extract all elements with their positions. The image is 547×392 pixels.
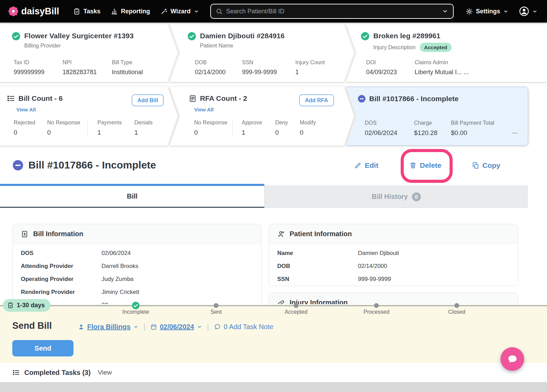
- nav-profile[interactable]: [516, 6, 539, 16]
- field-injury-count: Injury Count 1: [295, 59, 325, 76]
- delete-button[interactable]: Delete: [409, 161, 441, 170]
- bill-count-card: Bill Count - 6 Add Bill View All Rejecte…: [0, 87, 178, 146]
- stat-payments: Payments 1: [97, 120, 134, 136]
- stat-denials: Denials 1: [134, 120, 152, 136]
- search-input[interactable]: [226, 8, 438, 15]
- bill-detail-header: Bill #1017866 - Incomplete: [12, 159, 156, 171]
- patient-crumb[interactable]: Damien Djibouti #284916 Patient Name DOB…: [170, 24, 354, 82]
- rfa-count-view-all-link[interactable]: View All: [194, 107, 214, 112]
- add-rfa-button[interactable]: Add RFA: [299, 94, 334, 106]
- crumb-subtitle: Billing Provider: [24, 43, 61, 49]
- bill-count-view-all-link[interactable]: View All: [16, 107, 36, 112]
- nav-settings-label: Settings: [476, 8, 500, 15]
- navbar: daisyBill Tasks Reporting Wizard: [0, 0, 547, 23]
- field-dob: DOB 02/14/2000: [195, 59, 242, 76]
- field-claims-admin: Claims Admin Liberty Mutual I... ...: [415, 59, 469, 76]
- nav-reporting-label: Reporting: [121, 8, 150, 15]
- nav-tasks-label: Tasks: [83, 8, 101, 15]
- page-title: Bill #1017866 - Incomplete: [28, 159, 156, 171]
- chevron-down-icon: [194, 9, 199, 14]
- tab-bill-history-badge: 0: [412, 192, 421, 201]
- nav-wizard-label: Wizard: [171, 8, 191, 15]
- search-bar: [210, 4, 454, 19]
- speech-bubble-icon: [214, 323, 221, 330]
- step-label-closed: Closed: [448, 309, 465, 315]
- tab-bill[interactable]: Bill: [0, 184, 264, 208]
- patient-information-header: Patient Information: [269, 224, 518, 244]
- step-processed-dot: [374, 303, 379, 308]
- table-row: SSN 999-99-9999: [269, 273, 518, 286]
- wand-icon: [160, 8, 168, 15]
- biller-link[interactable]: Flora Billings: [87, 323, 131, 331]
- send-bill-controls: Flora Billings | 02/06/2024 | 0 Add Task…: [78, 322, 274, 331]
- divider: [88, 120, 88, 137]
- rfa-count-card: RFA Count - 2 Add RFA View All No Respon…: [170, 87, 354, 146]
- divider: |: [144, 322, 146, 331]
- crumb-title: Broken leg #289961: [373, 31, 452, 40]
- field-npi: NPI 1828283781: [63, 59, 112, 76]
- crumb-title: Flower Valley Surgicenter #1393: [24, 31, 134, 40]
- delete-label: Delete: [420, 161, 441, 170]
- injury-crumb[interactable]: Broken leg #289961 Injury Description Ac…: [346, 24, 547, 82]
- bottom-divider-strip: [0, 382, 547, 392]
- field-ssn: SSN 999-99-9999: [242, 59, 295, 76]
- selected-bill-card[interactable]: Bill #1017866 - Incomplete DOS 02/06/202…: [346, 87, 528, 146]
- biller-selector[interactable]: Flora Billings: [78, 323, 138, 331]
- status-badge: Accepted: [420, 43, 452, 52]
- table-row: DOB 02/14/2000: [269, 260, 518, 273]
- date-selector[interactable]: 02/06/2024: [150, 323, 202, 331]
- bill-information-card: $ Bill Information DOS 02/06/2024 Attend…: [12, 224, 262, 313]
- tab-bill-history-label: Bill History: [372, 193, 408, 201]
- page: daisyBill Tasks Reporting Wizard: [0, 0, 547, 392]
- date-link[interactable]: 02/06/2024: [160, 323, 194, 331]
- completed-tasks-view-link[interactable]: View: [98, 369, 112, 376]
- rfa-document-icon: [189, 95, 197, 103]
- reporting-icon: [111, 8, 118, 15]
- table-row: Rendering Provider Jiminy Crickett: [13, 286, 261, 299]
- stat-dos: DOS 02/06/2024: [365, 120, 414, 137]
- minus-circle-icon: [358, 95, 366, 103]
- navbar-right: Settings: [461, 6, 539, 16]
- divider: |: [207, 322, 209, 331]
- pencil-icon: [354, 162, 362, 169]
- edit-button[interactable]: Edit: [354, 161, 378, 170]
- more-ellipsis[interactable]: ...: [512, 127, 518, 135]
- user-circle-icon: [519, 6, 529, 16]
- chevron-down-icon: [133, 324, 138, 329]
- field-doi: DOI 04/09/2023: [366, 59, 415, 76]
- billing-provider-crumb[interactable]: Flower Valley Surgicenter #1393 Billing …: [0, 24, 178, 82]
- completed-tasks-section: Completed Tasks (3) View: [0, 363, 547, 382]
- chevron-down-icon: [532, 9, 537, 14]
- daisybill-logo[interactable]: daisyBill: [8, 6, 59, 17]
- stat-no-response: No Response 0: [194, 120, 232, 136]
- stat-rejected: Rejected 0: [14, 120, 47, 136]
- tab-bill-label: Bill: [127, 192, 137, 200]
- tab-bill-history[interactable]: Bill History 0: [264, 186, 528, 208]
- nav-wizard[interactable]: Wizard: [155, 8, 204, 15]
- step-label-incomplete: Incomplete: [122, 309, 149, 315]
- chat-widget-button[interactable]: [501, 347, 524, 371]
- stat-modify: Modify 0: [300, 120, 316, 136]
- send-button[interactable]: Send: [12, 340, 74, 356]
- nav-tasks[interactable]: Tasks: [68, 8, 106, 15]
- copy-button[interactable]: Copy: [472, 161, 501, 170]
- step-closed-dot: [454, 303, 459, 308]
- add-bill-button[interactable]: Add Bill: [132, 94, 164, 106]
- step-sent-dot: [214, 303, 218, 308]
- rfa-count-title: RFA Count - 2: [200, 94, 247, 103]
- add-task-note-button[interactable]: 0 Add Task Note: [214, 323, 273, 331]
- table-row: Operating Provider Judy Zumba: [13, 273, 261, 286]
- chat-bubble-icon: [507, 354, 518, 365]
- search-chevron-down-icon[interactable]: [442, 8, 448, 14]
- list-icon: [7, 94, 15, 103]
- chevron-down-icon: [503, 9, 508, 14]
- stat-approve: Approve 1: [242, 120, 275, 136]
- days-aging-label: 1-30 days: [17, 302, 45, 309]
- tasks-icon: [73, 8, 80, 15]
- patient-icon: [277, 230, 285, 238]
- nav-settings[interactable]: Settings: [461, 8, 513, 15]
- nav-reporting[interactable]: Reporting: [106, 8, 155, 15]
- copy-icon: [472, 162, 479, 169]
- table-row: Attending Provider Darrell Brooks: [13, 260, 261, 273]
- field-tax-id: Tax ID 999999999: [14, 59, 63, 76]
